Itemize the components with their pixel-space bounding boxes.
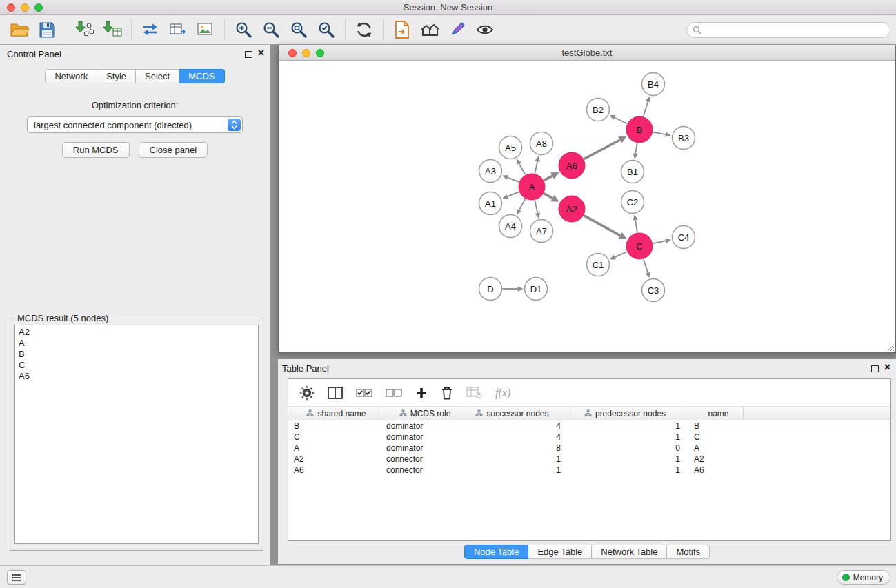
network-edge-A-A4[interactable] [519, 199, 526, 210]
network-node-A[interactable]: A [519, 174, 545, 200]
float-panel-icon[interactable] [871, 365, 879, 372]
apply-style-button[interactable] [444, 18, 471, 41]
network-edge-A6-B[interactable] [584, 140, 620, 159]
table-row[interactable]: A dominator 8 0 A [288, 443, 890, 454]
network-edge-B-B3[interactable] [653, 132, 666, 134]
mcds-result-list[interactable]: A2 A B C A6 [14, 325, 259, 544]
network-edge-A-A1[interactable] [508, 192, 519, 196]
network-edge-B-B4[interactable] [644, 101, 648, 116]
close-panel-button[interactable]: Close panel [139, 142, 208, 158]
network-edge-A-A5[interactable] [519, 163, 526, 174]
list-item[interactable]: B [15, 349, 258, 360]
table-row[interactable]: B dominator 4 1 B [288, 420, 890, 432]
network-edge-C-C1[interactable] [615, 252, 627, 257]
zoom-in-button[interactable] [230, 18, 257, 41]
close-panel-icon[interactable]: × [258, 47, 264, 59]
tab-edge-table[interactable]: Edge Table [528, 545, 592, 559]
tab-style[interactable]: Style [97, 69, 136, 83]
task-history-button[interactable] [7, 570, 26, 585]
network-node-A4[interactable]: A4 [499, 215, 522, 238]
network-node-B3[interactable]: B3 [673, 127, 695, 150]
network-edge-A-A6[interactable] [544, 176, 552, 180]
column-header-successor-nodes[interactable]: successor nodes [464, 407, 570, 420]
network-node-A6[interactable]: A6 [559, 152, 585, 179]
run-mcds-button[interactable]: Run MCDS [62, 142, 130, 158]
network-edge-A-A2[interactable] [544, 194, 552, 199]
tab-network[interactable]: Network [45, 69, 97, 83]
network-node-C4[interactable]: C4 [673, 226, 695, 249]
tab-network-table[interactable]: Network Table [592, 545, 667, 559]
network-node-A2[interactable]: A2 [559, 196, 585, 222]
memory-button[interactable]: Memory [837, 570, 890, 585]
network-node-A3[interactable]: A3 [479, 160, 502, 183]
new-network-from-selection-button[interactable] [137, 18, 164, 41]
network-edge-B-B1[interactable] [635, 143, 637, 154]
network-node-B[interactable]: B [626, 116, 653, 143]
tab-select[interactable]: Select [136, 69, 179, 83]
table-row[interactable]: C dominator 4 1 C [288, 432, 890, 443]
network-node-A7[interactable]: A7 [530, 220, 553, 243]
search-box[interactable] [686, 22, 890, 38]
network-node-D1[interactable]: D1 [525, 278, 548, 301]
zoom-fit-button[interactable] [285, 18, 312, 41]
function-builder-button[interactable]: f(x) [495, 387, 510, 399]
tab-node-table[interactable]: Node Table [464, 545, 529, 559]
network-edge-C-C4[interactable] [653, 241, 666, 243]
search-input[interactable] [705, 25, 884, 34]
clear-row-selection-button[interactable] [386, 388, 402, 398]
import-table-button[interactable] [99, 18, 126, 41]
import-network-button[interactable] [71, 18, 99, 41]
network-node-B1[interactable]: B1 [621, 161, 644, 183]
ndex-import-button[interactable] [388, 18, 416, 41]
network-edge-A-A7[interactable] [535, 201, 537, 214]
open-folder-icon [10, 21, 29, 39]
save-session-button[interactable] [33, 18, 61, 41]
list-item[interactable]: C [15, 360, 258, 371]
apply-layout-button[interactable] [350, 18, 378, 41]
list-item[interactable]: A2 [15, 327, 258, 338]
show-graphics-details-button[interactable] [471, 18, 499, 41]
column-header-shared-name[interactable]: shared name [288, 407, 379, 420]
column-header-predecessor-nodes[interactable]: predecessor nodes [570, 407, 684, 420]
network-canvas[interactable]: AA6A2BCA1A3A4A5A7A8B1B2B3B4C1C2C3C4DD1 [279, 61, 895, 352]
open-session-button[interactable] [6, 18, 33, 41]
network-node-C2[interactable]: C2 [621, 191, 644, 214]
column-header-name[interactable]: name [684, 407, 744, 420]
network-node-A8[interactable]: A8 [530, 132, 553, 155]
network-node-C3[interactable]: C3 [642, 279, 665, 302]
network-node-B2[interactable]: B2 [587, 99, 610, 121]
network-node-B4[interactable]: B4 [642, 73, 665, 96]
network-node-C[interactable]: C [626, 233, 653, 259]
network-node-A1[interactable]: A1 [479, 192, 502, 215]
network-edge-A-A8[interactable] [535, 161, 537, 174]
column-header-mcds-role[interactable]: MCDS role [379, 407, 464, 420]
show-columns-button[interactable] [328, 386, 343, 400]
optimization-criterion-select[interactable]: largest connected component (directed) [27, 116, 243, 133]
tab-motifs[interactable]: Motifs [667, 545, 710, 559]
network-node-C1[interactable]: C1 [587, 254, 610, 276]
network-edge-A-A3[interactable] [508, 177, 519, 181]
network-edge-A2-C[interactable] [584, 216, 620, 236]
table-row[interactable]: A2 connector 1 1 A2 [288, 454, 890, 465]
zoom-out-button[interactable] [257, 18, 285, 41]
float-panel-icon[interactable] [245, 51, 252, 58]
network-edge-C-C3[interactable] [644, 259, 648, 273]
add-row-button[interactable] [415, 387, 428, 399]
zoom-selected-button[interactable] [312, 18, 340, 41]
list-item[interactable]: A6 [15, 371, 258, 382]
resize-grip[interactable] [886, 343, 895, 352]
select-all-rows-button[interactable] [356, 388, 372, 398]
export-table-button[interactable] [164, 18, 192, 41]
close-panel-icon[interactable]: × [884, 361, 890, 374]
list-item[interactable]: A [15, 338, 258, 349]
network-node-A5[interactable]: A5 [499, 136, 522, 159]
network-edge-B-B2[interactable] [615, 118, 627, 124]
network-node-D[interactable]: D [479, 278, 502, 301]
table-row[interactable]: A6 connector 1 1 A6 [288, 465, 890, 476]
ndex-home-button[interactable] [416, 18, 444, 41]
export-image-button[interactable] [192, 18, 219, 41]
tab-mcds[interactable]: MCDS [179, 69, 224, 83]
network-edge-C-C2[interactable] [635, 220, 637, 232]
delete-rows-button[interactable] [441, 386, 453, 400]
table-settings-button[interactable] [299, 385, 315, 401]
